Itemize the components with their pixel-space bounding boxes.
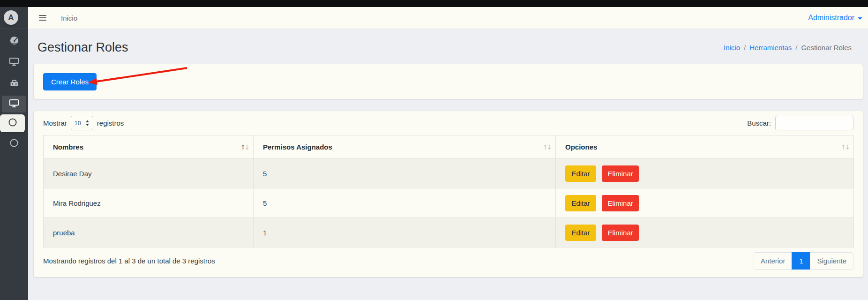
edit-button[interactable]: Editar	[565, 195, 596, 211]
search-input[interactable]	[775, 116, 853, 130]
toolbox-icon	[9, 78, 19, 90]
delete-button[interactable]: Eliminar	[602, 225, 639, 241]
sort-icon: ↑↓	[543, 143, 551, 151]
delete-button[interactable]: Eliminar	[602, 195, 639, 211]
page-length-value: 10	[75, 120, 81, 127]
sidebar-brand[interactable]: A	[0, 7, 28, 29]
edit-button[interactable]: Editar	[565, 165, 596, 182]
sidebar-toggle-icon[interactable]	[39, 15, 46, 21]
circle-icon	[8, 118, 17, 129]
cell-permisos: 1	[254, 218, 556, 248]
pagination-next[interactable]: Siguiente	[810, 252, 853, 270]
search-control: Buscar:	[747, 116, 853, 130]
table-info-text: Mostrando registros del 1 al 3 de un tot…	[43, 257, 215, 265]
cell-opciones: Editar Eliminar	[556, 159, 854, 188]
sidebar-item-dashboard[interactable]	[2, 33, 26, 50]
cell-nombre: Mira Rodriguez	[44, 188, 254, 218]
desktop-icon	[9, 57, 19, 68]
sort-icon: ↑↓	[841, 143, 849, 151]
sidebar-item-monitor[interactable]	[2, 54, 26, 71]
column-header-permisos[interactable]: Permisos Asignados ↑↓	[254, 135, 556, 159]
length-label-after: registros	[97, 119, 124, 127]
breadcrumb-link-inicio[interactable]: Inicio	[724, 44, 740, 52]
cell-opciones: Editar Eliminar	[556, 218, 854, 248]
roles-table-card: Mostrar 10 registros Buscar:	[34, 111, 863, 277]
column-header-opciones[interactable]: Opciones ↑↓	[556, 135, 854, 159]
edit-button[interactable]: Editar	[565, 225, 596, 241]
sidebar-subitem-roles-active[interactable]	[0, 114, 25, 132]
sidebar: A	[0, 7, 28, 300]
app-logo: A	[4, 10, 18, 25]
sidebar-item-toolbox[interactable]	[2, 75, 26, 92]
table-header-row: Nombres ↑↓ Permisos Asignados ↑↓ Opcione…	[44, 135, 854, 159]
table-row: prueba 1 Editar Eliminar	[44, 218, 854, 248]
user-dropdown[interactable]: Administrador	[808, 14, 863, 22]
page-length-select[interactable]: 10	[71, 116, 93, 130]
sidebar-subitem-secondary[interactable]	[2, 135, 26, 152]
pagination: Anterior 1 Siguiente	[754, 252, 853, 270]
cell-nombre: prueba	[44, 218, 254, 248]
search-label: Buscar:	[747, 119, 771, 127]
sort-icon: ↑↓	[240, 143, 248, 151]
top-navbar: Inicio Administrador	[28, 7, 868, 29]
page-length-control: Mostrar 10 registros	[43, 116, 124, 130]
column-header-nombres[interactable]: Nombres ↑↓	[44, 135, 254, 159]
tachometer-icon	[9, 36, 19, 47]
table-footer: Mostrando registros del 1 al 3 de un tot…	[43, 252, 853, 270]
table-controls: Mostrar 10 registros Buscar:	[43, 116, 853, 130]
breadcrumb-separator: /	[795, 44, 797, 52]
cell-permisos: 5	[254, 188, 556, 218]
nav-link-inicio[interactable]: Inicio	[61, 14, 77, 22]
desktop-icon	[9, 98, 19, 110]
select-arrows-icon	[85, 120, 90, 126]
cell-opciones: Editar Eliminar	[556, 188, 854, 218]
table-row: Mira Rodriguez 5 Editar Eliminar	[44, 188, 854, 218]
breadcrumb-separator: /	[744, 44, 746, 52]
content-header: Gestionar Roles Inicio / Herramientas / …	[28, 29, 868, 64]
top-black-bar	[0, 0, 868, 7]
sidebar-item-monitor-active[interactable]	[2, 96, 26, 112]
cell-permisos: 5	[254, 159, 556, 188]
table-row: Desirae Day 5 Editar Eliminar	[44, 159, 854, 188]
roles-table: Nombres ↑↓ Permisos Asignados ↑↓ Opcione…	[43, 135, 854, 248]
pagination-page-1[interactable]: 1	[792, 252, 810, 270]
create-role-card: Crear Roles	[34, 64, 863, 99]
page-title: Gestionar Roles	[37, 40, 128, 55]
breadcrumb: Inicio / Herramientas / Gestionar Roles	[724, 44, 852, 52]
pagination-previous[interactable]: Anterior	[754, 252, 793, 270]
cell-nombre: Desirae Day	[44, 159, 254, 188]
breadcrumb-current: Gestionar Roles	[801, 44, 852, 52]
user-dropdown-label: Administrador	[808, 14, 854, 22]
main-area: Inicio Administrador Gestionar Roles Ini…	[28, 7, 868, 300]
breadcrumb-link-herramientas[interactable]: Herramientas	[749, 44, 792, 52]
chevron-down-icon	[858, 17, 862, 20]
circle-icon	[9, 138, 19, 150]
length-label-before: Mostrar	[43, 119, 67, 127]
create-role-button[interactable]: Crear Roles	[43, 73, 97, 90]
delete-button[interactable]: Eliminar	[602, 165, 639, 182]
